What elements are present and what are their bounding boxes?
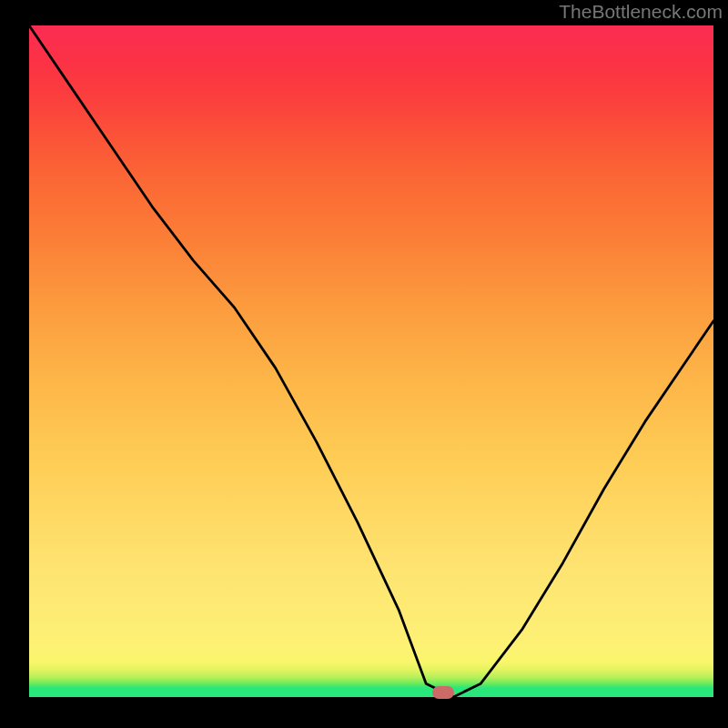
bottleneck-chart: TheBottleneck.com — [0, 0, 728, 728]
chart-plot-area — [29, 25, 713, 697]
optimal-point-marker — [432, 686, 454, 699]
watermark-text: TheBottleneck.com — [559, 1, 723, 23]
chart-baseline — [29, 692, 713, 697]
bottleneck-curve — [29, 25, 713, 697]
